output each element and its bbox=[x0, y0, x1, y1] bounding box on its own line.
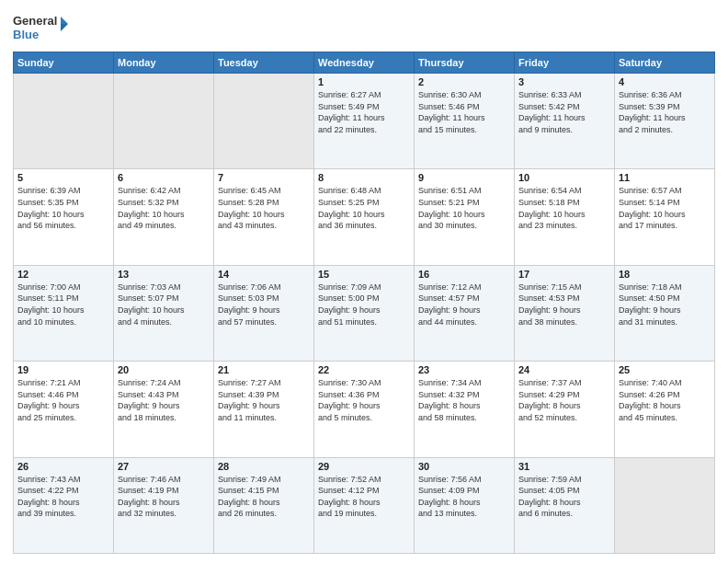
day-info: Sunrise: 7:40 AM Sunset: 4:26 PM Dayligh… bbox=[619, 377, 711, 423]
day-number: 2 bbox=[418, 76, 510, 87]
day-number: 21 bbox=[218, 364, 310, 375]
day-info: Sunrise: 6:51 AM Sunset: 5:21 PM Dayligh… bbox=[418, 185, 510, 231]
weekday-header-friday: Friday bbox=[515, 52, 615, 74]
day-number: 10 bbox=[518, 172, 610, 183]
day-info: Sunrise: 6:39 AM Sunset: 5:35 PM Dayligh… bbox=[17, 185, 109, 231]
day-info: Sunrise: 7:15 AM Sunset: 4:53 PM Dayligh… bbox=[518, 282, 610, 327]
day-cell: 24Sunrise: 7:37 AM Sunset: 4:29 PM Dayli… bbox=[515, 362, 615, 457]
day-number: 18 bbox=[619, 269, 711, 280]
day-info: Sunrise: 6:30 AM Sunset: 5:46 PM Dayligh… bbox=[418, 89, 510, 135]
day-cell: 18Sunrise: 7:18 AM Sunset: 4:50 PM Dayli… bbox=[615, 265, 715, 361]
day-info: Sunrise: 6:45 AM Sunset: 5:28 PM Dayligh… bbox=[218, 185, 310, 231]
day-cell: 21Sunrise: 7:27 AM Sunset: 4:39 PM Dayli… bbox=[214, 362, 314, 457]
day-number: 13 bbox=[118, 269, 210, 280]
day-cell: 16Sunrise: 7:12 AM Sunset: 4:57 PM Dayli… bbox=[415, 265, 515, 361]
day-info: Sunrise: 7:24 AM Sunset: 4:43 PM Dayligh… bbox=[118, 377, 210, 423]
day-number: 22 bbox=[318, 364, 410, 375]
day-cell bbox=[214, 74, 314, 169]
logo: General Blue bbox=[13, 9, 68, 46]
day-cell: 14Sunrise: 7:06 AM Sunset: 5:03 PM Dayli… bbox=[214, 265, 314, 361]
day-info: Sunrise: 7:27 AM Sunset: 4:39 PM Dayligh… bbox=[218, 377, 310, 423]
weekday-header-sunday: Sunday bbox=[14, 52, 114, 74]
day-cell: 27Sunrise: 7:46 AM Sunset: 4:19 PM Dayli… bbox=[114, 457, 214, 553]
day-cell bbox=[14, 74, 114, 169]
day-cell: 12Sunrise: 7:00 AM Sunset: 5:11 PM Dayli… bbox=[14, 265, 114, 361]
day-number: 11 bbox=[619, 172, 711, 183]
day-number: 19 bbox=[17, 364, 109, 375]
day-cell: 15Sunrise: 7:09 AM Sunset: 5:00 PM Dayli… bbox=[314, 265, 415, 361]
day-cell: 9Sunrise: 6:51 AM Sunset: 5:21 PM Daylig… bbox=[415, 169, 515, 265]
svg-text:Blue: Blue bbox=[13, 28, 39, 41]
weekday-header-row: SundayMondayTuesdayWednesdayThursdayFrid… bbox=[14, 52, 715, 74]
week-row-4: 19Sunrise: 7:21 AM Sunset: 4:46 PM Dayli… bbox=[14, 362, 715, 457]
day-number: 16 bbox=[418, 269, 510, 280]
day-cell: 5Sunrise: 6:39 AM Sunset: 5:35 PM Daylig… bbox=[14, 169, 114, 265]
day-info: Sunrise: 7:00 AM Sunset: 5:11 PM Dayligh… bbox=[17, 282, 109, 327]
day-number: 28 bbox=[218, 461, 310, 472]
day-info: Sunrise: 7:03 AM Sunset: 5:07 PM Dayligh… bbox=[118, 282, 210, 327]
day-number: 8 bbox=[318, 172, 410, 183]
day-number: 31 bbox=[518, 461, 610, 472]
day-cell: 17Sunrise: 7:15 AM Sunset: 4:53 PM Dayli… bbox=[515, 265, 615, 361]
weekday-header-tuesday: Tuesday bbox=[214, 52, 314, 74]
day-number: 27 bbox=[118, 461, 210, 472]
week-row-1: 1Sunrise: 6:27 AM Sunset: 5:49 PM Daylig… bbox=[14, 74, 715, 169]
weekday-header-thursday: Thursday bbox=[415, 52, 515, 74]
day-cell: 11Sunrise: 6:57 AM Sunset: 5:14 PM Dayli… bbox=[615, 169, 715, 265]
day-number: 9 bbox=[418, 172, 510, 183]
weekday-header-wednesday: Wednesday bbox=[314, 52, 415, 74]
day-number: 5 bbox=[17, 172, 109, 183]
day-info: Sunrise: 6:27 AM Sunset: 5:49 PM Dayligh… bbox=[318, 89, 410, 135]
day-cell: 10Sunrise: 6:54 AM Sunset: 5:18 PM Dayli… bbox=[515, 169, 615, 265]
day-cell: 2Sunrise: 6:30 AM Sunset: 5:46 PM Daylig… bbox=[415, 74, 515, 169]
day-cell bbox=[615, 457, 715, 553]
day-cell: 4Sunrise: 6:36 AM Sunset: 5:39 PM Daylig… bbox=[615, 74, 715, 169]
day-number: 30 bbox=[418, 461, 510, 472]
day-info: Sunrise: 7:59 AM Sunset: 4:05 PM Dayligh… bbox=[518, 474, 610, 520]
day-number: 6 bbox=[118, 172, 210, 183]
weekday-header-monday: Monday bbox=[114, 52, 214, 74]
day-info: Sunrise: 6:36 AM Sunset: 5:39 PM Dayligh… bbox=[619, 89, 711, 135]
day-info: Sunrise: 7:34 AM Sunset: 4:32 PM Dayligh… bbox=[418, 377, 510, 423]
day-number: 17 bbox=[518, 269, 610, 280]
week-row-2: 5Sunrise: 6:39 AM Sunset: 5:35 PM Daylig… bbox=[14, 169, 715, 265]
day-cell: 30Sunrise: 7:56 AM Sunset: 4:09 PM Dayli… bbox=[415, 457, 515, 553]
svg-text:General: General bbox=[13, 14, 57, 28]
day-number: 23 bbox=[418, 364, 510, 375]
week-row-5: 26Sunrise: 7:43 AM Sunset: 4:22 PM Dayli… bbox=[14, 457, 715, 553]
day-cell: 26Sunrise: 7:43 AM Sunset: 4:22 PM Dayli… bbox=[14, 457, 114, 553]
day-info: Sunrise: 7:12 AM Sunset: 4:57 PM Dayligh… bbox=[418, 282, 510, 327]
day-cell: 23Sunrise: 7:34 AM Sunset: 4:32 PM Dayli… bbox=[415, 362, 515, 457]
calendar-body: 1Sunrise: 6:27 AM Sunset: 5:49 PM Daylig… bbox=[14, 74, 715, 554]
day-number: 1 bbox=[318, 76, 410, 87]
day-number: 7 bbox=[218, 172, 310, 183]
day-info: Sunrise: 6:42 AM Sunset: 5:32 PM Dayligh… bbox=[118, 185, 210, 231]
day-info: Sunrise: 7:21 AM Sunset: 4:46 PM Dayligh… bbox=[17, 377, 109, 423]
day-cell: 3Sunrise: 6:33 AM Sunset: 5:42 PM Daylig… bbox=[515, 74, 615, 169]
calendar-table: SundayMondayTuesdayWednesdayThursdayFrid… bbox=[13, 52, 715, 554]
page-header: General Blue bbox=[13, 9, 715, 46]
day-info: Sunrise: 7:09 AM Sunset: 5:00 PM Dayligh… bbox=[318, 282, 410, 327]
day-cell bbox=[114, 74, 214, 169]
day-cell: 19Sunrise: 7:21 AM Sunset: 4:46 PM Dayli… bbox=[14, 362, 114, 457]
day-number: 14 bbox=[218, 269, 310, 280]
day-info: Sunrise: 7:56 AM Sunset: 4:09 PM Dayligh… bbox=[418, 474, 510, 520]
day-info: Sunrise: 7:06 AM Sunset: 5:03 PM Dayligh… bbox=[218, 282, 310, 327]
day-info: Sunrise: 7:43 AM Sunset: 4:22 PM Dayligh… bbox=[17, 474, 109, 520]
week-row-3: 12Sunrise: 7:00 AM Sunset: 5:11 PM Dayli… bbox=[14, 265, 715, 361]
day-cell: 6Sunrise: 6:42 AM Sunset: 5:32 PM Daylig… bbox=[114, 169, 214, 265]
day-number: 4 bbox=[619, 76, 711, 87]
day-info: Sunrise: 7:30 AM Sunset: 4:36 PM Dayligh… bbox=[318, 377, 410, 423]
day-cell: 1Sunrise: 6:27 AM Sunset: 5:49 PM Daylig… bbox=[314, 74, 415, 169]
day-info: Sunrise: 7:18 AM Sunset: 4:50 PM Dayligh… bbox=[619, 282, 711, 327]
day-cell: 8Sunrise: 6:48 AM Sunset: 5:25 PM Daylig… bbox=[314, 169, 415, 265]
day-cell: 22Sunrise: 7:30 AM Sunset: 4:36 PM Dayli… bbox=[314, 362, 415, 457]
day-number: 29 bbox=[318, 461, 410, 472]
svg-marker-3 bbox=[61, 24, 68, 31]
logo-svg: General Blue bbox=[13, 9, 68, 46]
day-cell: 31Sunrise: 7:59 AM Sunset: 4:05 PM Dayli… bbox=[515, 457, 615, 553]
day-info: Sunrise: 7:52 AM Sunset: 4:12 PM Dayligh… bbox=[318, 474, 410, 520]
day-info: Sunrise: 7:49 AM Sunset: 4:15 PM Dayligh… bbox=[218, 474, 310, 520]
day-info: Sunrise: 6:57 AM Sunset: 5:14 PM Dayligh… bbox=[619, 185, 711, 231]
day-info: Sunrise: 7:46 AM Sunset: 4:19 PM Dayligh… bbox=[118, 474, 210, 520]
